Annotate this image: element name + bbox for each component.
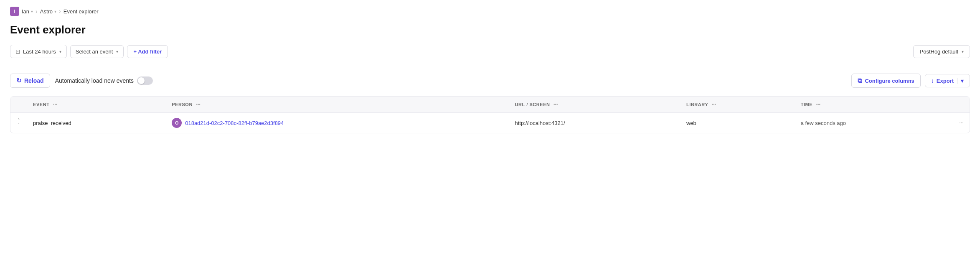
breadcrumb-user[interactable]: Ian ▾ [22, 8, 33, 15]
event-col-options[interactable]: ··· [53, 101, 57, 108]
export-label: Export [937, 78, 954, 84]
user-chevron-icon: ▾ [31, 9, 33, 14]
person-link[interactable]: 018ad21d-02c2-708c-82ff-b79ae2d3f894 [185, 120, 284, 126]
library-col-options[interactable]: ··· [711, 101, 716, 108]
table-row: ˄ ˅ praise_received O 018ad21d-02c2-708c… [10, 113, 970, 133]
export-icon: ↓ [931, 77, 934, 84]
project-chevron-icon: ▾ [54, 9, 56, 14]
auto-load-label: Automatically load new events [55, 77, 134, 84]
time-range-button[interactable]: ⊡ Last 24 hours ▾ [10, 45, 67, 58]
add-filter-button[interactable]: + Add filter [127, 45, 168, 58]
breadcrumb: I Ian ▾ › Astro ▾ › Event explorer [10, 7, 970, 16]
reload-button[interactable]: ↻ Reload [10, 74, 50, 88]
toolbar2-right: ⧉ Configure columns ↓ Export ▾ [851, 74, 970, 88]
events-table: EVENT ··· PERSON ··· URL / SCREEN [10, 96, 970, 133]
toolbar2-left: ↻ Reload Automatically load new events [10, 74, 153, 88]
row-options-icon[interactable]: ··· [959, 119, 963, 126]
row-actions-cell: ··· [953, 113, 970, 133]
col-url-header: URL / SCREEN ··· [509, 97, 680, 113]
configure-columns-button[interactable]: ⧉ Configure columns [851, 74, 920, 88]
configure-columns-icon: ⧉ [858, 77, 862, 84]
url-cell: http://localhost:4321/ [509, 113, 680, 133]
toolbar-divider [10, 65, 970, 65]
select-event-button[interactable]: Select an event ▾ [70, 45, 124, 58]
person-cell: O 018ad21d-02c2-708c-82ff-b79ae2d3f894 [166, 113, 509, 133]
breadcrumb-separator-1: › [36, 8, 38, 15]
breadcrumb-separator-2: › [59, 8, 61, 15]
page-title: Event explorer [10, 23, 970, 36]
expand-arrows-icon[interactable]: ˄ ˅ [16, 118, 21, 127]
add-filter-label: + Add filter [133, 48, 162, 55]
breadcrumb-current-page: Event explorer [63, 8, 99, 15]
event-cell: praise_received [27, 113, 166, 133]
time-cell: a few seconds ago [795, 113, 953, 133]
time-range-chevron-icon: ▾ [59, 49, 61, 54]
time-col-options[interactable]: ··· [816, 101, 820, 108]
select-event-chevron-icon: ▾ [116, 49, 118, 54]
toolbar-row-1: ⊡ Last 24 hours ▾ Select an event ▾ + Ad… [10, 45, 970, 58]
person-avatar: O [172, 118, 182, 128]
export-chevron-icon[interactable]: ▾ [957, 78, 964, 84]
toolbar-row-2: ↻ Reload Automatically load new events ⧉… [10, 70, 970, 91]
expand-cell: ˄ ˅ [10, 113, 27, 133]
col-library-header: LIBRARY ··· [680, 97, 795, 113]
url-col-options[interactable]: ··· [553, 101, 558, 108]
table-header-row: EVENT ··· PERSON ··· URL / SCREEN [10, 97, 970, 113]
library-cell: web [680, 113, 795, 133]
person-col-options[interactable]: ··· [196, 101, 200, 108]
toolbar-right: PostHog default ▾ [913, 45, 970, 58]
col-person-header: PERSON ··· [166, 97, 509, 113]
toolbar-left: ⊡ Last 24 hours ▾ Select an event ▾ + Ad… [10, 45, 168, 58]
configure-columns-label: Configure columns [865, 78, 914, 84]
col-expand [10, 97, 27, 113]
posthog-chevron-icon: ▾ [962, 49, 964, 54]
select-event-label: Select an event [76, 48, 113, 55]
export-button[interactable]: ↓ Export ▾ [925, 74, 970, 87]
time-range-label: Last 24 hours [23, 48, 56, 55]
event-name: praise_received [33, 120, 71, 126]
breadcrumb-project[interactable]: Astro ▾ [40, 8, 56, 15]
calendar-icon: ⊡ [15, 48, 20, 55]
user-avatar: I [10, 7, 19, 16]
posthog-default-button[interactable]: PostHog default ▾ [913, 45, 970, 58]
col-event-header: EVENT ··· [27, 97, 166, 113]
reload-label: Reload [24, 77, 44, 84]
col-row-actions-header [953, 97, 970, 113]
reload-icon: ↻ [16, 77, 22, 84]
posthog-default-label: PostHog default [919, 48, 958, 55]
col-time-header: TIME ··· [795, 97, 953, 113]
auto-load-toggle[interactable] [137, 76, 153, 85]
auto-load-container: Automatically load new events [55, 76, 153, 85]
